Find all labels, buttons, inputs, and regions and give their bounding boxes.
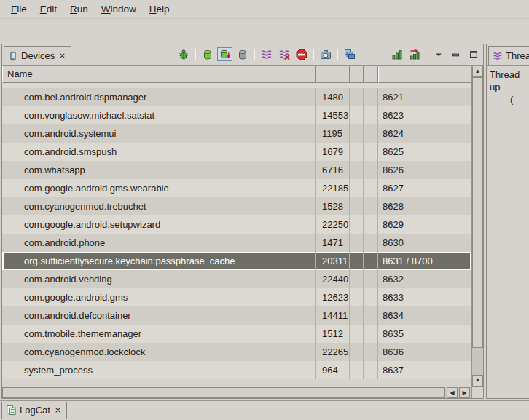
table-row[interactable]: com.google.android.setupwizard222508629	[2, 215, 471, 234]
process-port: 8627	[378, 179, 471, 197]
table-row[interactable]: com.android.phone14718630	[2, 234, 471, 252]
column-a-cell	[350, 252, 364, 270]
threads-content: Thread up (	[487, 66, 529, 106]
threads-panel: Threa Thread up (	[486, 44, 529, 399]
table-row[interactable]: com.android.vending224408632	[2, 270, 471, 288]
table-row[interactable]: org.sufficientlysecure.keychain:passphra…	[2, 252, 471, 270]
update-threads-icon[interactable]	[259, 47, 274, 61]
process-pid: 22185	[316, 179, 350, 197]
table-row[interactable]: com.google.android.gms.wearable221858627	[2, 179, 471, 197]
tab-logcat[interactable]: LogCat	[1, 402, 67, 419]
vertical-scrollbar-thumb[interactable]	[472, 77, 483, 348]
column-b-cell	[364, 343, 378, 361]
tab-threads[interactable]: Threa	[488, 46, 529, 65]
scroll-right-icon[interactable]: ▶	[459, 387, 470, 398]
toolbar-separator	[195, 49, 196, 60]
table-row[interactable]: com.bel.android.dspmanager14808621	[2, 88, 471, 106]
process-port: 8637	[378, 361, 471, 379]
column-b-cell	[364, 197, 378, 215]
cause-gc-icon[interactable]	[235, 47, 250, 61]
process-pid: 1480	[316, 88, 350, 106]
table-row[interactable]: com.google.android.gms126238633	[2, 288, 471, 306]
column-a-cell	[350, 325, 364, 343]
scroll-up-icon[interactable]: ▲	[472, 66, 483, 77]
process-name: com.cyanogenmod.lockclock	[2, 343, 316, 361]
column-b-cell	[364, 179, 378, 197]
process-name: org.sufficientlysecure.keychain:passphra…	[2, 252, 316, 270]
column-header-port[interactable]	[378, 66, 471, 83]
table-row[interactable]: com.tmobile.thememanager15128635	[2, 325, 471, 343]
process-name: com.cyanogenmod.trebuchet	[2, 197, 316, 215]
column-b-cell	[364, 306, 378, 325]
column-b-cell	[364, 288, 378, 306]
scroll-down-icon[interactable]: ▼	[472, 375, 483, 387]
process-pid: 1528	[316, 197, 350, 215]
process-name: com.google.android.gms	[2, 288, 316, 306]
menu-file[interactable]: File	[4, 1, 34, 17]
stop-process-icon[interactable]	[294, 47, 309, 61]
vertical-scrollbar[interactable]: ▲ ▼	[471, 66, 483, 387]
process-port: 8629	[378, 215, 471, 234]
process-pid: 14411	[316, 306, 350, 325]
table-row[interactable]: com.android.smspush16798625	[2, 143, 471, 161]
main-area: Devices	[0, 44, 529, 400]
column-a-cell	[350, 306, 364, 325]
column-b-cell	[364, 215, 378, 234]
menu-edit[interactable]: Edit	[34, 1, 63, 17]
table-row[interactable]: com.cyanogenmod.trebuchet15288628	[2, 197, 471, 215]
column-header-name[interactable]: Name	[2, 66, 316, 83]
menu-help[interactable]: Help	[143, 1, 176, 17]
screen-capture-icon[interactable]	[318, 47, 333, 61]
toolbar-separator	[254, 49, 255, 60]
minimize-icon[interactable]	[448, 47, 463, 61]
view-menu-icon[interactable]	[431, 47, 446, 61]
tab-threads-label: Threa	[506, 50, 529, 61]
process-port: 8631 / 8700	[378, 252, 471, 270]
scroll-left-icon[interactable]: ◀	[447, 387, 458, 398]
view-hierarchy-icon[interactable]	[342, 47, 357, 61]
tab-devices-label: Devices	[21, 50, 55, 61]
process-pid: 22440	[316, 270, 350, 288]
horizontal-scrollbar[interactable]: ◀ ▶	[2, 387, 471, 398]
process-port: 8624	[378, 124, 471, 143]
close-icon[interactable]	[53, 405, 63, 415]
column-a-cell	[350, 106, 364, 124]
process-name: com.tmobile.thememanager	[2, 325, 316, 343]
table-row[interactable]: com.whatsapp67168626	[2, 161, 471, 179]
column-b-cell	[364, 325, 378, 343]
column-header-a[interactable]	[350, 66, 364, 83]
menu-run[interactable]: Run	[63, 1, 95, 17]
table-row[interactable]: com.android.defcontainer144118634	[2, 306, 471, 325]
process-port: 8634	[378, 306, 471, 325]
table-row[interactable]: system_process9648637	[2, 361, 471, 379]
table-row[interactable]: com.cyanogenmod.lockclock222658636	[2, 343, 471, 361]
column-b-cell	[364, 234, 378, 252]
column-header-pid[interactable]	[316, 66, 350, 83]
process-name: com.google.android.gms.wearable	[2, 179, 316, 197]
tab-devices[interactable]: Devices	[4, 46, 71, 65]
maximize-icon[interactable]	[466, 47, 481, 61]
dump-hprof-icon[interactable]	[217, 47, 232, 61]
column-header-b[interactable]	[364, 66, 378, 83]
toolbar-spacer	[359, 54, 387, 55]
table-row[interactable]: com.vonglasow.michael.satstat145538623	[2, 106, 471, 124]
update-heap-icon[interactable]	[200, 47, 215, 61]
table-row-partial[interactable]	[2, 83, 471, 88]
process-pid: 964	[316, 361, 350, 379]
process-pid: 1195	[316, 124, 350, 143]
devices-toolbar	[176, 44, 483, 65]
column-a-cell	[350, 161, 364, 179]
process-pid: 1679	[316, 143, 350, 161]
stop-threads-icon[interactable]	[276, 47, 291, 61]
menu-window[interactable]: Window	[95, 1, 143, 17]
table-row[interactable]: com.android.systemui11958624	[2, 124, 471, 143]
horizontal-scrollbar-thumb[interactable]	[2, 387, 445, 398]
close-icon[interactable]	[58, 51, 67, 60]
menubar: FileEditRunWindowHelp	[0, 0, 529, 19]
method-profiling-icon[interactable]	[389, 47, 404, 61]
process-port: 8635	[378, 325, 471, 343]
process-port: 8623	[378, 106, 471, 124]
method-profiling-alt-icon[interactable]	[407, 47, 422, 61]
process-port: 8636	[378, 343, 471, 361]
debug-icon[interactable]	[176, 47, 191, 61]
